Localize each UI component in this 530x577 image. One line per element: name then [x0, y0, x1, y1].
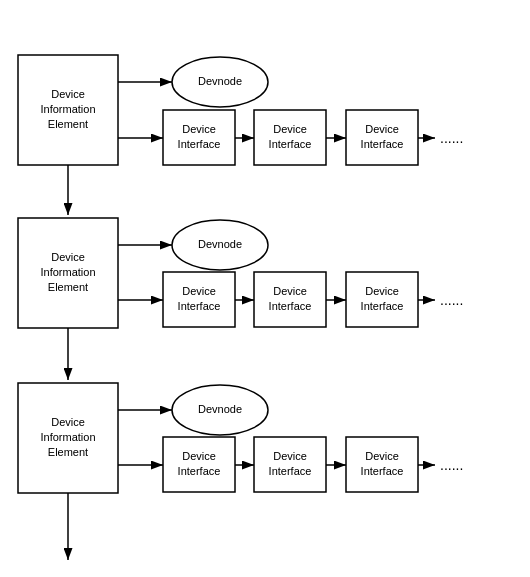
diagram-container: Device Information Element Devnode Devic…: [0, 0, 530, 577]
svg-text:Element: Element: [48, 446, 88, 458]
svg-text:Element: Element: [48, 118, 88, 130]
svg-text:Element: Element: [48, 281, 88, 293]
svg-text:Information: Information: [40, 103, 95, 115]
device-info-label-1: Device: [51, 88, 85, 100]
svg-text:Interface: Interface: [178, 465, 221, 477]
svg-text:Interface: Interface: [269, 138, 312, 150]
di-label-1-2: Device: [273, 123, 307, 135]
svg-text:Information: Information: [40, 431, 95, 443]
svg-text:Interface: Interface: [269, 300, 312, 312]
svg-text:Interface: Interface: [361, 300, 404, 312]
device-info-label-3: Device: [51, 416, 85, 428]
svg-text:Interface: Interface: [178, 138, 221, 150]
di-label-3-2: Device: [273, 450, 307, 462]
svg-text:Interface: Interface: [361, 138, 404, 150]
di-label-2-1: Device: [182, 285, 216, 297]
devnode-label-3: Devnode: [198, 403, 242, 415]
di-label-1-1: Device: [182, 123, 216, 135]
devnode-label-2: Devnode: [198, 238, 242, 250]
device-info-label-2: Device: [51, 251, 85, 263]
svg-text:Information: Information: [40, 266, 95, 278]
di-label-3-3: Device: [365, 450, 399, 462]
svg-text:Interface: Interface: [269, 465, 312, 477]
di-label-2-2: Device: [273, 285, 307, 297]
di-label-3-1: Device: [182, 450, 216, 462]
dots-row3: ......: [440, 457, 463, 473]
devnode-label-1: Devnode: [198, 75, 242, 87]
dots-row1: ......: [440, 130, 463, 146]
dots-row2: ......: [440, 292, 463, 308]
svg-text:Interface: Interface: [361, 465, 404, 477]
di-label-2-3: Device: [365, 285, 399, 297]
diagram-svg: Device Information Element Devnode Devic…: [0, 0, 530, 577]
di-label-1-3: Device: [365, 123, 399, 135]
svg-text:Interface: Interface: [178, 300, 221, 312]
